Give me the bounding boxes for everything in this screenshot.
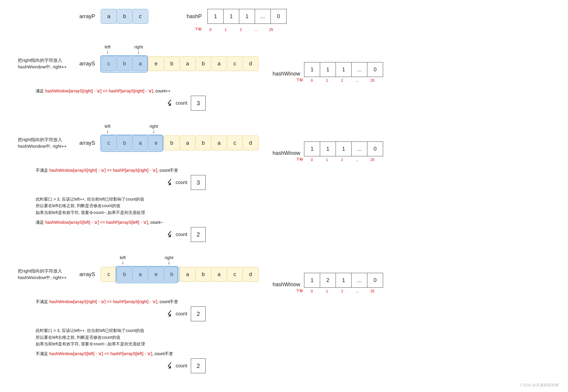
idx-val: 25: [263, 28, 279, 32]
cell: e: [148, 267, 164, 282]
arrow-icon: ↳: [164, 97, 176, 109]
hashW-label: hashWinow: [268, 281, 300, 288]
step-desc: 把right指向的字符放入hashWiondow中, right++: [18, 136, 71, 150]
cell: b: [117, 56, 133, 71]
cell: b: [117, 136, 133, 150]
cell: d: [243, 56, 259, 71]
cell: a: [132, 56, 148, 71]
cell: b: [195, 267, 211, 282]
cell: 2: [320, 273, 336, 288]
cell: a: [211, 267, 227, 282]
hashP-label: hashP: [184, 13, 202, 20]
cell: a: [211, 56, 227, 71]
idx-val: 2: [334, 78, 350, 83]
count-box: 2: [191, 358, 206, 373]
count-row: ↳ count 2: [166, 227, 550, 242]
cell: ...: [351, 62, 367, 77]
hashP-cells: 111...0: [208, 9, 287, 24]
arrow-icon: ↳: [164, 360, 176, 372]
cell: a: [180, 136, 196, 150]
idx-val: 25: [365, 78, 380, 83]
arrayP-label: arrayP: [71, 13, 95, 20]
explanation-para: 此时窗口 > 3, 应该让left++, 但当前left已经影响了count的值…: [36, 327, 550, 347]
hashW-cells: 121...0: [304, 273, 383, 288]
cell: a: [132, 267, 148, 282]
hashW-idx: 012...25: [304, 289, 380, 293]
cell: e: [148, 56, 164, 71]
cell: 1: [207, 9, 224, 24]
hashW-idx-label: 下标: [294, 288, 303, 293]
arrow-icon: ↳: [164, 229, 176, 240]
cell: c: [132, 9, 148, 24]
count-label: count: [176, 311, 187, 317]
hashW-idx-label: 下标: [294, 157, 303, 162]
left-pointer: left↓: [105, 44, 111, 54]
arrayS-cells: cbaebabacd: [101, 267, 259, 282]
cell: b: [164, 136, 180, 150]
cell: 1: [336, 62, 352, 77]
cell: 0: [367, 62, 383, 77]
hashW-idx-label: 下标: [294, 78, 303, 83]
idx-val: 2: [334, 158, 350, 162]
condition-text: 满足 hashWindow[arrayS[right] - 'a'] <= ha…: [36, 89, 550, 94]
cell: c: [227, 267, 243, 282]
idx-val: ...: [248, 28, 264, 32]
hashP-idx-label: 下标: [193, 27, 202, 32]
hashW-idx: 012...25: [304, 78, 380, 83]
count-box: 3: [191, 175, 206, 190]
hashW-label: hashWinow: [268, 71, 300, 77]
cell: 0: [367, 273, 383, 288]
cell: 1: [239, 9, 255, 24]
count-box: 2: [191, 306, 206, 321]
cell: d: [243, 136, 259, 150]
idx-val: 0: [203, 28, 218, 32]
count-row: ↳ count 3: [166, 175, 550, 190]
idx-val: 2: [334, 289, 350, 293]
arrayS-label: arrayS: [77, 271, 95, 278]
cell: b: [164, 267, 180, 282]
right-pointer: right↓: [165, 255, 173, 265]
count-box: 2: [191, 227, 206, 242]
cell: a: [180, 56, 196, 71]
cell: b: [164, 56, 180, 71]
cell: 1: [304, 273, 320, 288]
cell: ...: [351, 273, 367, 288]
arrayS-cells: cbaebabacd: [101, 136, 259, 150]
count-label: count: [176, 100, 187, 106]
arrayP-cells: abc: [101, 9, 148, 24]
arrow-icon: ↳: [164, 177, 176, 188]
idx-val: 0: [304, 78, 320, 83]
arrayS-label: arrayS: [77, 61, 95, 67]
cell: 1: [336, 141, 352, 156]
watermark: CSDN @灵魂相契的树: [520, 382, 559, 388]
idx-val: ...: [350, 289, 365, 293]
left-pointer: left↓: [105, 124, 111, 134]
cell: a: [132, 136, 148, 150]
idx-val: 1: [319, 158, 335, 162]
right-pointer: right↓: [134, 44, 143, 54]
hashW-cells: 111...0: [304, 141, 383, 156]
idx-val: 1: [218, 28, 233, 32]
count-label: count: [176, 363, 187, 369]
hashW-idx: 012...25: [304, 158, 380, 162]
condition-text: 不满足 hashWindow[arrayS[right] - 'a'] <= h…: [36, 168, 550, 173]
count-box: 3: [191, 96, 206, 111]
cell: 1: [336, 273, 352, 288]
explanation-para: 此时窗口 > 3, 应该让left++, 但当前left已经影响了count的值…: [36, 196, 550, 216]
cell: a: [101, 9, 117, 24]
cell: c: [101, 267, 117, 282]
idx-val: 0: [304, 158, 320, 162]
step-desc: 把right指向的字符放入hashWiondow中, right++: [18, 268, 71, 281]
cell: 0: [367, 141, 383, 156]
arrayS-label: arrayS: [77, 140, 95, 146]
cell: ...: [255, 9, 271, 24]
cell: d: [243, 267, 259, 282]
cell: c: [101, 136, 117, 150]
cell: 1: [304, 141, 320, 156]
arrow-icon: ↳: [164, 308, 176, 320]
idx-val: ...: [350, 78, 365, 83]
idx-val: 2: [233, 28, 248, 32]
idx-val: 25: [365, 158, 380, 162]
cell: c: [227, 136, 243, 150]
cell: 1: [320, 62, 336, 77]
